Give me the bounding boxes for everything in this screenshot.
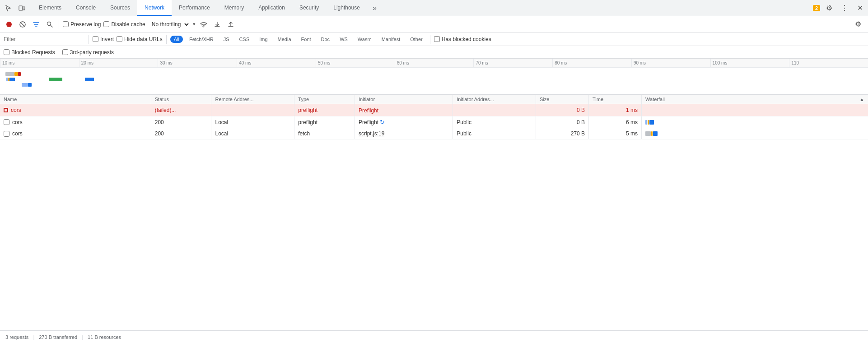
cell-time: 6 ms	[589, 116, 642, 128]
device-toolbar-icon[interactable]	[15, 2, 28, 14]
cell-initiator-addr: Public	[453, 116, 536, 128]
tab-memory[interactable]: Memory	[217, 0, 251, 16]
filter-btn-css[interactable]: CSS	[236, 36, 253, 43]
col-header-initiator-addr[interactable]: Initiator Addres...	[453, 95, 536, 104]
col-header-size[interactable]: Size	[536, 95, 589, 104]
col-header-waterfall[interactable]: Waterfall ▲	[642, 95, 868, 104]
filter-btn-manifest[interactable]: Manifest	[378, 36, 404, 43]
col-header-remote[interactable]: Remote Addres...	[211, 95, 294, 104]
tick-60ms: 60 ms	[395, 59, 474, 67]
status-sep-1: |	[33, 334, 34, 340]
filter-btn-fetch-xhr[interactable]: Fetch/XHR	[186, 36, 217, 43]
cell-name: cors	[0, 116, 151, 128]
col-header-status[interactable]: Status	[151, 95, 211, 104]
invert-checkbox[interactable]: Invert	[93, 36, 114, 42]
network-table: Name Status Remote Addres... Type Initia…	[0, 95, 868, 139]
blocked-requests-checkbox[interactable]: Blocked Requests	[4, 49, 55, 56]
filter-icon[interactable]	[31, 19, 42, 30]
tab-network[interactable]: Network	[137, 0, 172, 16]
tab-sources[interactable]: Sources	[103, 0, 137, 16]
issues-badge[interactable]: 2	[813, 5, 820, 11]
clear-button[interactable]	[17, 19, 28, 30]
preserve-log-checkbox[interactable]: Preserve log	[63, 21, 101, 28]
col-header-type[interactable]: Type	[294, 95, 355, 104]
cell-size: 270 B	[536, 128, 589, 139]
more-tabs-button[interactable]: »	[369, 0, 380, 16]
cell-status: 200	[151, 128, 211, 139]
cell-type: preflight	[294, 104, 355, 116]
preserve-log-input[interactable]	[63, 21, 69, 27]
filter-sep-3	[430, 35, 430, 44]
tab-elements[interactable]: Elements	[32, 0, 69, 16]
search-icon[interactable]	[44, 19, 55, 30]
cell-initiator-addr: Public	[453, 128, 536, 139]
filter-btn-font[interactable]: Font	[298, 36, 315, 43]
table-row[interactable]: cors (failed)... preflight Preflight 0 B…	[0, 104, 868, 116]
row-checkbox[interactable]	[4, 131, 9, 137]
tab-performance[interactable]: Performance	[172, 0, 217, 16]
toolbar-right: ⚙	[852, 18, 864, 31]
tab-icon-group	[2, 2, 28, 14]
network-settings-icon[interactable]: ⚙	[852, 18, 864, 31]
filter-btn-img[interactable]: Img	[256, 36, 271, 43]
filter-btn-wasm[interactable]: Wasm	[354, 36, 375, 43]
hide-data-urls-checkbox[interactable]: Hide data URLs	[117, 36, 163, 42]
cell-status: 200	[151, 116, 211, 128]
row-checkbox[interactable]	[4, 119, 9, 125]
cursor-icon[interactable]	[2, 2, 14, 14]
tick-70ms: 70 ms	[473, 59, 552, 67]
filter-btn-other[interactable]: Other	[406, 36, 426, 43]
filter-btn-all[interactable]: All	[170, 36, 183, 43]
settings-icon[interactable]: ⚙	[823, 2, 835, 14]
table-row[interactable]: cors 200 Local fetch script.js:19 Public…	[0, 128, 868, 139]
cell-type: preflight	[294, 116, 355, 128]
third-party-checkbox[interactable]: 3rd-party requests	[62, 49, 114, 56]
tab-lighthouse[interactable]: Lighthouse	[326, 0, 367, 16]
tick-90ms: 90 ms	[631, 59, 710, 67]
blocked-cookies-checkbox[interactable]: Has blocked cookies	[434, 36, 491, 42]
resources-size: 11 B resources	[88, 334, 121, 340]
tick-50ms: 50 ms	[316, 59, 395, 67]
error-checkbox-icon	[4, 108, 8, 112]
more-options-icon[interactable]: ⋮	[838, 2, 851, 14]
import-icon[interactable]	[212, 19, 223, 30]
col-header-initiator[interactable]: Initiator	[355, 95, 453, 104]
cell-time: 5 ms	[589, 128, 642, 139]
wifi-icon[interactable]	[198, 19, 209, 30]
col-header-name[interactable]: Name	[0, 95, 151, 104]
filter-btn-js[interactable]: JS	[220, 36, 233, 43]
table-row[interactable]: cors 200 Local preflight Preflight ↻ Pub…	[0, 116, 868, 128]
col-header-time[interactable]: Time	[589, 95, 642, 104]
svg-rect-1	[23, 7, 25, 10]
svg-point-2	[6, 22, 12, 27]
filter-sep-2	[166, 35, 167, 44]
status-sep-2: |	[82, 334, 83, 340]
status-bar: 3 requests | 270 B transferred | 11 B re…	[0, 330, 868, 343]
throttle-select[interactable]: No throttling	[148, 20, 190, 29]
tab-console[interactable]: Console	[69, 0, 103, 16]
cell-initiator: script.js:19	[355, 128, 453, 139]
preflight-refresh-icon: ↻	[380, 119, 385, 125]
cell-waterfall	[642, 116, 868, 128]
filter-btn-media[interactable]: Media	[274, 36, 295, 43]
cell-name: cors	[0, 104, 151, 116]
disable-cache-input[interactable]	[103, 21, 109, 27]
tab-security[interactable]: Security	[292, 0, 326, 16]
export-icon[interactable]	[225, 19, 236, 30]
close-devtools-icon[interactable]: ✕	[854, 2, 866, 14]
timeline-container: 10 ms 20 ms 30 ms 40 ms 50 ms 60 ms 70 m…	[0, 59, 868, 95]
filter-btn-ws[interactable]: WS	[336, 36, 351, 43]
record-button[interactable]	[4, 19, 14, 30]
tab-application[interactable]: Application	[251, 0, 292, 16]
filter-sep-1	[89, 35, 89, 44]
table-header-row: Name Status Remote Addres... Type Initia…	[0, 95, 868, 104]
initiator-link[interactable]: script.js:19	[359, 130, 384, 137]
cell-remote: Local	[211, 128, 294, 139]
tick-80ms: 80 ms	[552, 59, 631, 67]
filter-btn-doc[interactable]: Doc	[317, 36, 334, 43]
filter-input[interactable]	[4, 36, 85, 42]
cell-name: cors	[0, 128, 151, 139]
cell-waterfall	[642, 128, 868, 139]
main-content: Preserve log Disable cache No throttling…	[0, 16, 868, 343]
disable-cache-checkbox[interactable]: Disable cache	[103, 21, 145, 28]
